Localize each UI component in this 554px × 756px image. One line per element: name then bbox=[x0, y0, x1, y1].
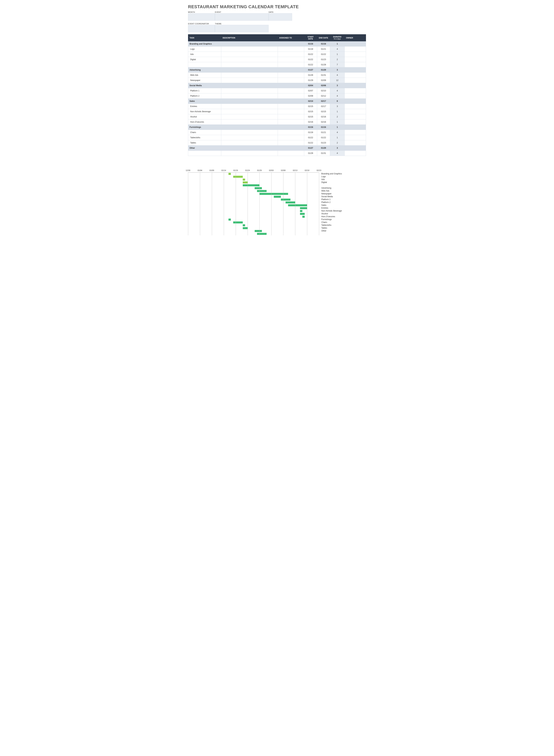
cell-assigned[interactable] bbox=[278, 47, 304, 52]
cell-owner[interactable] bbox=[345, 52, 366, 57]
cell-end-date[interactable]: 01/21 bbox=[317, 130, 330, 135]
cell-task[interactable]: Social Media bbox=[188, 83, 221, 88]
cell-duration[interactable]: 4 bbox=[330, 47, 345, 52]
cell-start-date[interactable]: 01/22 bbox=[304, 62, 317, 67]
cell-task[interactable]: Web Ads bbox=[188, 72, 221, 78]
cell-duration[interactable]: 1 bbox=[330, 109, 345, 114]
cell-assigned[interactable] bbox=[278, 57, 304, 62]
cell-owner[interactable] bbox=[345, 72, 366, 78]
cell-end-date[interactable]: 01/22 bbox=[317, 52, 330, 57]
cell-end-date[interactable]: 01/23 bbox=[317, 140, 330, 146]
form-input[interactable] bbox=[188, 25, 215, 32]
cell-end-date[interactable]: 02/10 bbox=[317, 88, 330, 93]
form-input[interactable] bbox=[215, 13, 269, 21]
cell-description[interactable] bbox=[221, 130, 278, 135]
cell-end-date[interactable]: 02/12 bbox=[317, 93, 330, 99]
cell-assigned[interactable] bbox=[278, 146, 304, 151]
cell-task[interactable]: Newspaper bbox=[188, 78, 221, 83]
cell-assigned[interactable] bbox=[278, 130, 304, 135]
cell-owner[interactable] bbox=[345, 114, 366, 119]
cell-task[interactable]: Advertising bbox=[188, 67, 221, 72]
cell-task[interactable]: Other bbox=[188, 146, 221, 151]
cell-start-date[interactable]: 01/22 bbox=[304, 135, 317, 140]
cell-task[interactable]: Ads bbox=[188, 52, 221, 57]
cell-end-date[interactable]: 02/17 bbox=[317, 99, 330, 104]
cell-description[interactable] bbox=[221, 67, 278, 72]
cell-assigned[interactable] bbox=[278, 119, 304, 124]
cell-assigned[interactable] bbox=[278, 109, 304, 114]
cell-start-date[interactable]: 02/09 bbox=[304, 93, 317, 99]
cell-assigned[interactable] bbox=[278, 41, 304, 47]
cell-owner[interactable] bbox=[345, 135, 366, 140]
cell-assigned[interactable] bbox=[278, 104, 304, 109]
cell-task[interactable]: Furnishings bbox=[188, 124, 221, 130]
cell-end-date[interactable]: 01/29 bbox=[317, 146, 330, 151]
cell-assigned[interactable] bbox=[278, 88, 304, 93]
cell-owner[interactable] bbox=[345, 93, 366, 99]
cell-description[interactable] bbox=[221, 47, 278, 52]
cell-end-date[interactable]: 02/06 bbox=[317, 83, 330, 88]
cell-description[interactable] bbox=[221, 62, 278, 67]
cell-task[interactable]: Entrées bbox=[188, 104, 221, 109]
cell-task[interactable]: Chairs bbox=[188, 130, 221, 135]
cell-assigned[interactable] bbox=[278, 124, 304, 130]
cell-end-date[interactable]: 01/29 bbox=[317, 67, 330, 72]
cell-task[interactable]: Tablecloths bbox=[188, 135, 221, 140]
cell-end-date[interactable]: 01/21 bbox=[317, 47, 330, 52]
cell-description[interactable] bbox=[221, 140, 278, 146]
cell-start-date[interactable]: 02/15 bbox=[304, 109, 317, 114]
cell-start-date[interactable]: 01/22 bbox=[304, 57, 317, 62]
cell-description[interactable] bbox=[221, 88, 278, 93]
cell-description[interactable] bbox=[221, 109, 278, 114]
cell-assigned[interactable] bbox=[278, 72, 304, 78]
cell-assigned[interactable] bbox=[278, 151, 304, 156]
cell-assigned[interactable] bbox=[278, 93, 304, 99]
cell-end-date[interactable]: 01/31 bbox=[317, 151, 330, 156]
cell-duration[interactable]: 4 bbox=[330, 151, 345, 156]
cell-duration[interactable]: 3 bbox=[330, 67, 345, 72]
cell-end-date[interactable]: 02/09 bbox=[317, 78, 330, 83]
cell-duration[interactable]: 1 bbox=[330, 41, 345, 47]
cell-description[interactable] bbox=[221, 72, 278, 78]
cell-description[interactable] bbox=[221, 151, 278, 156]
cell-assigned[interactable] bbox=[278, 67, 304, 72]
cell-start-date[interactable]: 02/07 bbox=[304, 88, 317, 93]
cell-duration[interactable]: 1 bbox=[330, 135, 345, 140]
cell-end-date[interactable]: 02/15 bbox=[317, 109, 330, 114]
cell-owner[interactable] bbox=[345, 62, 366, 67]
cell-duration[interactable]: 1 bbox=[330, 119, 345, 124]
cell-owner[interactable] bbox=[345, 104, 366, 109]
cell-assigned[interactable] bbox=[278, 62, 304, 67]
cell-owner[interactable] bbox=[345, 146, 366, 151]
cell-assigned[interactable] bbox=[278, 135, 304, 140]
cell-task[interactable]: Digital bbox=[188, 57, 221, 62]
cell-task[interactable]: Logo bbox=[188, 47, 221, 52]
cell-start-date[interactable]: 02/10 bbox=[304, 99, 317, 104]
cell-task[interactable]: Sales bbox=[188, 99, 221, 104]
cell-end-date[interactable]: 01/31 bbox=[317, 72, 330, 78]
cell-start-date[interactable]: 01/27 bbox=[304, 67, 317, 72]
cell-end-date[interactable]: 02/17 bbox=[317, 104, 330, 109]
cell-start-date[interactable]: 01/27 bbox=[304, 146, 317, 151]
cell-end-date[interactable]: 02/16 bbox=[317, 114, 330, 119]
cell-description[interactable] bbox=[221, 99, 278, 104]
cell-start-date[interactable]: 01/16 bbox=[304, 41, 317, 47]
cell-task[interactable]: Branding and Graphics bbox=[188, 41, 221, 47]
form-input[interactable] bbox=[215, 25, 269, 32]
cell-start-date[interactable]: 01/28 bbox=[304, 151, 317, 156]
cell-end-date[interactable]: 01/16 bbox=[317, 41, 330, 47]
cell-task[interactable]: Non-Alcholic Beverage bbox=[188, 109, 221, 114]
cell-description[interactable] bbox=[221, 124, 278, 130]
cell-owner[interactable] bbox=[345, 124, 366, 130]
cell-start-date[interactable]: 02/15 bbox=[304, 114, 317, 119]
cell-task[interactable] bbox=[188, 151, 221, 156]
cell-owner[interactable] bbox=[345, 57, 366, 62]
cell-assigned[interactable] bbox=[278, 114, 304, 119]
cell-end-date[interactable]: 01/16 bbox=[317, 124, 330, 130]
cell-assigned[interactable] bbox=[278, 78, 304, 83]
cell-start-date[interactable]: 01/18 bbox=[304, 47, 317, 52]
cell-start-date[interactable]: 01/22 bbox=[304, 140, 317, 146]
cell-owner[interactable] bbox=[345, 130, 366, 135]
cell-start-date[interactable]: 01/22 bbox=[304, 52, 317, 57]
cell-duration[interactable]: 2 bbox=[330, 140, 345, 146]
